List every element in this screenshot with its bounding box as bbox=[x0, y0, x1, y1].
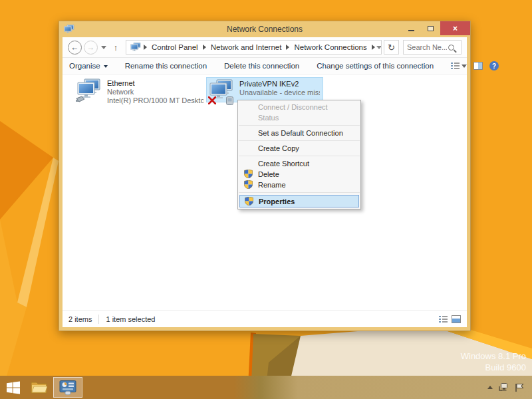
details-view-icon[interactable] bbox=[439, 315, 448, 323]
rename-connection-button[interactable]: Rename this connection bbox=[125, 62, 207, 70]
forward-icon: → bbox=[87, 43, 95, 52]
maximize-icon bbox=[428, 26, 434, 31]
show-hidden-icons-button[interactable] bbox=[487, 386, 493, 389]
status-bar: 2 items 1 item selected bbox=[63, 310, 467, 327]
recent-pages-chevron-icon[interactable] bbox=[101, 46, 106, 49]
refresh-icon: ↻ bbox=[388, 43, 395, 53]
breadcrumb-separator-icon bbox=[286, 45, 289, 50]
menu-item-rename[interactable]: Rename bbox=[238, 180, 360, 190]
caption-buttons: × bbox=[402, 21, 470, 35]
desktop: Windows 8.1 Pro Build 9600 Network Conne… bbox=[0, 0, 532, 399]
refresh-button[interactable]: ↻ bbox=[384, 40, 399, 55]
large-icons-view-icon[interactable] bbox=[452, 315, 461, 323]
connection-name: Ethernet bbox=[107, 79, 203, 88]
forward-button[interactable]: → bbox=[84, 41, 98, 55]
status-view-buttons bbox=[439, 315, 461, 323]
menu-item-properties[interactable]: Properties bbox=[239, 195, 359, 207]
vpn-connection-icon bbox=[209, 79, 235, 103]
items-count: 2 items bbox=[68, 315, 92, 323]
vpn-device-icon bbox=[226, 96, 233, 105]
file-explorer-icon bbox=[31, 380, 47, 394]
connection-status: Unavailable - device missing bbox=[239, 88, 320, 97]
organise-button[interactable]: Organise bbox=[69, 62, 108, 70]
network-tray-icon[interactable] bbox=[499, 383, 509, 392]
minimize-button[interactable] bbox=[402, 21, 421, 35]
menu-item-create-shortcut[interactable]: Create Shortcut bbox=[238, 158, 360, 169]
menu-item-delete[interactable]: Delete bbox=[238, 169, 360, 180]
taskbar bbox=[0, 376, 532, 399]
control-panel-taskbar-button[interactable] bbox=[53, 377, 82, 398]
system-tray bbox=[487, 383, 532, 392]
breadcrumb-separator-icon bbox=[203, 45, 206, 50]
selected-count: 1 item selected bbox=[106, 315, 155, 323]
change-view-button[interactable] bbox=[451, 62, 467, 70]
back-button[interactable]: ← bbox=[68, 41, 82, 55]
help-icon[interactable]: ? bbox=[489, 61, 499, 70]
menu-item-status: Status bbox=[238, 112, 360, 123]
breadcrumb-separator-icon bbox=[372, 45, 375, 50]
ethernet-text: Ethernet Network Intel(R) PRO/1000 MT De… bbox=[107, 78, 203, 105]
menu-separator bbox=[239, 156, 360, 156]
organise-dropdown-icon bbox=[104, 65, 108, 68]
connection-device: Intel(R) PRO/1000 MT Desktop Ad... bbox=[107, 96, 203, 105]
control-panel-icon bbox=[59, 380, 76, 395]
preview-pane-icon[interactable] bbox=[473, 62, 483, 70]
breadcrumb-separator-icon bbox=[144, 45, 147, 50]
command-toolbar: Organise Rename this connection Delete t… bbox=[63, 58, 467, 74]
search-box bbox=[403, 40, 462, 55]
breadcrumb-item-network-and-internet[interactable]: Network and Internet bbox=[207, 43, 285, 51]
action-center-flag-icon[interactable] bbox=[515, 383, 524, 392]
search-input[interactable] bbox=[407, 43, 447, 51]
close-button[interactable]: × bbox=[440, 21, 470, 35]
organise-label: Organise bbox=[69, 62, 100, 70]
menu-item-create-copy[interactable]: Create Copy bbox=[238, 143, 360, 154]
connection-status: Network bbox=[107, 88, 203, 96]
network-connections-icon bbox=[64, 24, 74, 35]
connection-tile-ethernet[interactable]: Ethernet Network Intel(R) PRO/1000 MT De… bbox=[74, 77, 206, 102]
change-settings-button[interactable]: Change settings of this connection bbox=[317, 62, 434, 70]
address-bar: ← → ↑ Control Panel Network and Internet… bbox=[63, 37, 467, 58]
address-location-icon bbox=[130, 42, 141, 53]
close-icon: × bbox=[453, 24, 458, 33]
breadcrumb-item-network-connections[interactable]: Network Connections bbox=[291, 43, 370, 51]
ethernet-plug-icon bbox=[76, 96, 85, 102]
ethernet-connection-icon bbox=[77, 78, 102, 102]
search-icon[interactable] bbox=[448, 45, 454, 51]
status-divider bbox=[98, 315, 99, 324]
file-explorer-taskbar-button[interactable] bbox=[27, 376, 51, 399]
up-button[interactable]: ↑ bbox=[110, 43, 122, 53]
up-icon: ↑ bbox=[114, 43, 118, 53]
breadcrumb-item-control-panel[interactable]: Control Panel bbox=[148, 43, 201, 51]
back-icon: ← bbox=[71, 43, 79, 52]
connection-tile-privatevpn[interactable]: PrivateVPN IKEv2 Unavailable - device mi… bbox=[206, 77, 323, 102]
windows-logo-icon bbox=[7, 381, 20, 394]
menu-item-label: Properties bbox=[259, 198, 295, 205]
watermark-edition: Windows 8.1 Pro bbox=[461, 350, 526, 362]
uac-shield-icon bbox=[244, 180, 253, 189]
menu-separator bbox=[239, 140, 360, 141]
uac-shield-icon bbox=[244, 170, 253, 178]
os-watermark: Windows 8.1 Pro Build 9600 bbox=[461, 350, 526, 373]
address-dropdown-chevron-icon[interactable] bbox=[376, 46, 382, 49]
menu-item-label: Delete bbox=[258, 170, 279, 178]
menu-item-connect-disconnect: Connect / Disconnect bbox=[238, 102, 360, 112]
menu-item-set-as-default[interactable]: Set as Default Connection bbox=[238, 128, 360, 138]
connection-name: PrivateVPN IKEv2 bbox=[239, 80, 320, 88]
breadcrumb[interactable]: Control Panel Network and Internet Netwo… bbox=[126, 40, 382, 55]
menu-item-label: Rename bbox=[258, 181, 286, 189]
vpn-text: PrivateVPN IKEv2 Unavailable - device mi… bbox=[239, 79, 320, 97]
view-dropdown-icon bbox=[462, 65, 467, 68]
list-view-icon bbox=[451, 62, 460, 70]
start-button[interactable] bbox=[0, 376, 27, 399]
watermark-build: Build 9600 bbox=[461, 362, 526, 373]
view-controls: ? bbox=[451, 61, 499, 70]
minimize-icon bbox=[408, 30, 414, 31]
menu-separator bbox=[239, 192, 360, 193]
uac-shield-icon bbox=[245, 197, 253, 205]
delete-connection-button[interactable]: Delete this connection bbox=[224, 62, 299, 70]
unavailable-x-icon bbox=[208, 96, 216, 104]
menu-separator bbox=[239, 125, 360, 126]
maximize-button[interactable] bbox=[421, 21, 440, 35]
context-menu: Connect / Disconnect Status Set as Defau… bbox=[237, 100, 361, 209]
